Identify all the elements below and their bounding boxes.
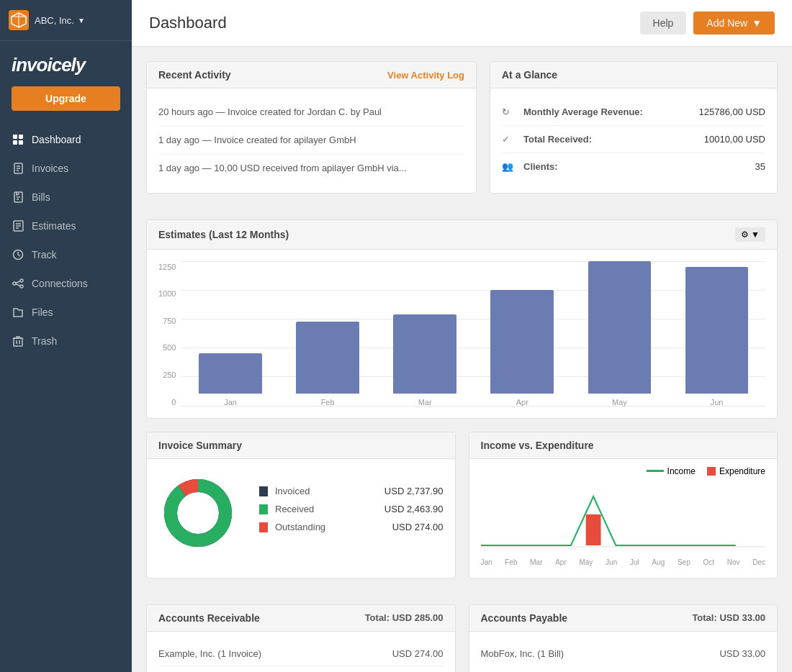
app-logo-icon [9, 10, 29, 30]
page-title: Dashboard [149, 14, 227, 32]
accounts-receivable-body: Example, Inc. (1 Invoice) USD 274.00 ABC… [147, 632, 455, 672]
nav-track[interactable]: Track [0, 240, 132, 269]
invoice-legend: Invoiced USD 2,737.90 Received USD 2,463… [259, 486, 444, 540]
glance-value-0: 125786,00 USD [698, 106, 765, 117]
invoice-summary-title: Invoice Summary [158, 440, 242, 451]
glance-row-clients: 👥 Clients: 35 [502, 153, 765, 180]
content-area: Recent Activity View Activity Log 20 hou… [132, 47, 792, 672]
ap-item-0-name: MobFox, Inc. (1 Bill) [481, 648, 564, 659]
chart-bars-area: Jan Feb Mar [181, 261, 765, 407]
recent-activity-card: Recent Activity View Activity Log 20 hou… [146, 61, 477, 194]
accounts-payable-title: Accounts Payable [481, 612, 568, 624]
legend-invoiced-value: USD 2,737.90 [384, 486, 444, 496]
svg-line-26 [16, 284, 20, 286]
legend-received-value: USD 2,463.90 [384, 504, 444, 514]
svg-line-25 [16, 281, 20, 283]
nav-estimates[interactable]: Estimates [0, 212, 132, 240]
sidebar-header[interactable]: ABC, Inc. ▼ [0, 0, 132, 41]
ar-item-0-name: Example, Inc. (1 Invoice) [158, 648, 261, 659]
at-a-glance-header: At a Glance [490, 62, 777, 88]
check-icon: ✓ [502, 134, 516, 145]
svg-line-21 [18, 255, 20, 256]
bar-may: May [571, 261, 668, 407]
chevron-down-icon: ▼ [78, 17, 85, 24]
clients-icon: 👥 [502, 161, 516, 172]
glance-row-revenue: ↻ Monthly Average Revenue: 125786,00 USD [502, 99, 765, 126]
legend-outstanding-label: Outstanding [275, 522, 392, 532]
recent-activity-title: Recent Activity [158, 69, 231, 81]
at-a-glance-body: ↻ Monthly Average Revenue: 125786,00 USD… [490, 88, 777, 190]
glance-value-1: 10010,00 USD [704, 134, 765, 145]
bar-apr: Apr [474, 290, 571, 407]
invoices-icon [12, 162, 24, 175]
income-expenditure-title: Income vs. Expenditure [481, 440, 594, 451]
donut-chart [158, 473, 238, 553]
nav-connections[interactable]: Connections [0, 269, 132, 298]
expenditure-label: Expenditure [719, 466, 765, 476]
activity-text-2: 1 day ago — 10,00 USD received from apil… [158, 163, 407, 173]
help-button[interactable]: Help [640, 12, 687, 35]
nav-dashboard[interactable]: Dashboard [0, 125, 132, 154]
brand-logo: invoicely [0, 41, 132, 86]
income-expenditure-header: Income vs. Expenditure [469, 432, 778, 459]
svg-rect-4 [13, 135, 17, 139]
topbar: Dashboard Help Add New ▼ [132, 0, 792, 47]
svg-rect-36 [585, 514, 600, 545]
glance-label-0: Monthly Average Revenue: [523, 106, 698, 117]
invoice-summary-body: Invoiced USD 2,737.90 Received USD 2,463… [147, 459, 455, 567]
nav-trash-label: Trash [32, 335, 57, 347]
legend-invoiced: Invoiced USD 2,737.90 [259, 486, 444, 496]
track-icon [12, 248, 24, 261]
income-chart-legend: Income Expenditure [481, 466, 766, 476]
svg-point-23 [20, 279, 23, 282]
add-new-label: Add New [706, 17, 747, 29]
company-selector[interactable]: ABC, Inc. ▼ [35, 15, 85, 26]
nav-invoices[interactable]: Invoices [0, 154, 132, 183]
legend-outstanding-value: USD 274.00 [392, 522, 444, 532]
svg-rect-5 [19, 135, 23, 139]
ap-item-0: MobFox, Inc. (1 Bill) USD 33.00 [481, 642, 766, 666]
invoiced-color [259, 486, 268, 496]
income-legend-entry: Income [647, 466, 696, 476]
dashboard-icon [12, 133, 24, 146]
recent-activity-header: Recent Activity View Activity Log [147, 62, 476, 88]
bars-wrapper: Jan Feb Mar [181, 261, 765, 407]
svg-rect-7 [19, 140, 23, 145]
accounts-payable-total: Total: USD 33.00 [692, 612, 765, 623]
add-new-button[interactable]: Add New ▼ [693, 12, 775, 35]
accounts-payable-card: Accounts Payable Total: USD 33.00 MobFox… [469, 604, 778, 672]
bar-jun: Jun [668, 267, 765, 407]
ar-item-0-value: USD 274.00 [392, 648, 444, 659]
expenditure-swatch [707, 467, 716, 476]
nav-bills[interactable]: Bills [0, 183, 132, 212]
chart-y-axis: 1250 1000 750 500 250 0 [158, 263, 181, 407]
refresh-icon: ↻ [502, 106, 516, 117]
income-swatch [647, 470, 664, 472]
view-activity-log-link[interactable]: View Activity Log [387, 70, 464, 81]
nav-bills-label: Bills [32, 191, 50, 203]
income-chart-body: Income Expenditure [469, 459, 778, 578]
at-a-glance-title: At a Glance [502, 69, 557, 81]
connections-icon [12, 277, 24, 290]
expenditure-legend-entry: Expenditure [707, 466, 765, 476]
invoice-summary-card: Invoice Summary [146, 432, 456, 578]
company-name: ABC, Inc. [35, 15, 74, 26]
bills-icon [12, 191, 24, 204]
estimates-chart-body: 1250 1000 750 500 250 0 [147, 250, 777, 418]
ar-item-0: Example, Inc. (1 Invoice) USD 274.00 [158, 642, 444, 666]
legend-received: Received USD 2,463.90 [259, 504, 444, 514]
income-expenditure-chart [481, 482, 766, 554]
nav-files[interactable]: Files [0, 298, 132, 327]
ap-item-0-value: USD 33.00 [719, 648, 765, 659]
chart-wrapper: 1250 1000 750 500 250 0 [158, 261, 765, 407]
upgrade-button[interactable]: Upgrade [12, 86, 120, 111]
bar-jan: Jan [181, 353, 279, 407]
chart-settings-button[interactable]: ⚙ ▼ [735, 227, 765, 242]
accounts-payable-body: MobFox, Inc. (1 Bill) USD 33.00 [469, 632, 778, 672]
accounts-payable-header: Accounts Payable Total: USD 33.00 [469, 605, 778, 632]
middle-row: Invoice Summary [146, 432, 778, 591]
nav-trash[interactable]: Trash [0, 327, 132, 355]
accounts-receivable-header: Accounts Receivable Total: USD 285.00 [147, 605, 455, 632]
legend-outstanding: Outstanding USD 274.00 [259, 522, 444, 532]
svg-point-22 [13, 282, 16, 285]
